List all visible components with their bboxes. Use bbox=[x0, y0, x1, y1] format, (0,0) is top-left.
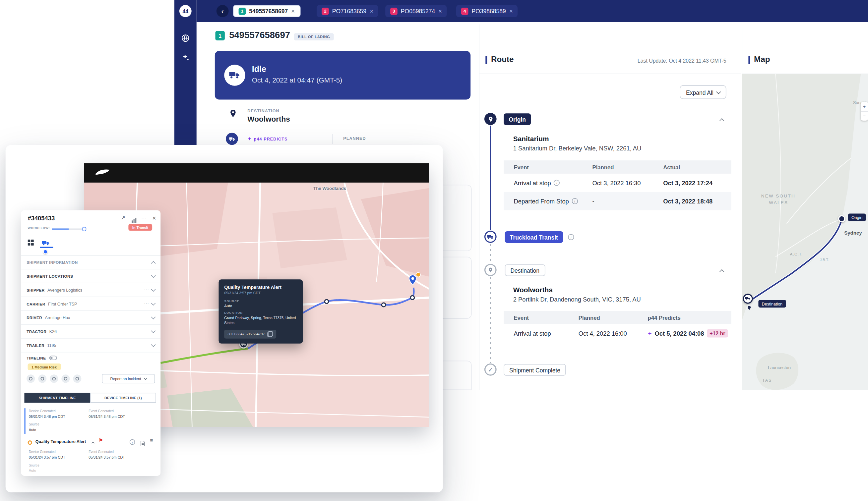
origin-node-icon bbox=[484, 113, 496, 125]
open-external-icon[interactable]: ↗ bbox=[121, 215, 125, 221]
region-label: A.C.T. bbox=[790, 252, 803, 256]
delay-badge: +12 hr bbox=[707, 329, 728, 337]
info-icon[interactable]: i bbox=[568, 234, 574, 240]
more-menu-icon[interactable]: ⋯ bbox=[141, 215, 147, 221]
zoom-out-button[interactable]: − bbox=[861, 111, 868, 121]
column-planned: Planned bbox=[593, 164, 663, 170]
timeline-solid-line bbox=[490, 126, 491, 230]
p44-logo[interactable]: 44 bbox=[179, 5, 192, 17]
transit-mini-icon bbox=[226, 133, 238, 145]
flag-icon[interactable]: ⚑ bbox=[98, 438, 103, 443]
collapse-origin-button[interactable] bbox=[717, 115, 727, 125]
report-incident-dropdown[interactable]: Report an Incident bbox=[102, 374, 155, 383]
map-origin-marker[interactable] bbox=[838, 215, 846, 222]
section-label: SHIPMENT LOCATIONS bbox=[27, 274, 73, 278]
shipment-number-badge: 1 bbox=[215, 31, 224, 40]
grid-tab-icon[interactable] bbox=[28, 238, 33, 248]
tooltip-title: Quality Temperature Alert bbox=[224, 284, 297, 290]
map-panel-title: Map bbox=[754, 55, 770, 64]
status-state: Idle bbox=[252, 64, 266, 74]
workflow-knob[interactable] bbox=[82, 227, 86, 231]
chevron-down-icon bbox=[151, 301, 156, 306]
search-chip-3[interactable]: 3 PO05985274 × bbox=[385, 5, 447, 17]
tab-device-timeline[interactable]: DEVICE TIMELINE (1) bbox=[90, 393, 156, 403]
summary-divider bbox=[332, 134, 333, 144]
close-panel-icon[interactable]: × bbox=[152, 215, 156, 221]
expand-all-button[interactable]: Expand All bbox=[680, 85, 726, 99]
tab-shipment-timeline[interactable]: SHIPMENT TIMELINE bbox=[24, 393, 90, 403]
map-panel-accent bbox=[748, 56, 750, 64]
info-icon[interactable]: i bbox=[554, 180, 560, 186]
info-icon[interactable]: i bbox=[130, 439, 135, 445]
marketing-composite: 44 ‹ 1 549557658697 × 2 PO71683659 × 3 P… bbox=[0, 0, 868, 501]
section-tractor[interactable]: TRACTOR K26 bbox=[21, 325, 160, 339]
action-icon-button[interactable] bbox=[50, 374, 58, 383]
transit-node-icon bbox=[484, 231, 496, 243]
action-icon-button[interactable] bbox=[27, 374, 35, 383]
map-zoom-control[interactable]: + − bbox=[861, 102, 868, 121]
map-destination-chip: Destination bbox=[758, 300, 786, 308]
section-trailer[interactable]: TRAILER 1195 bbox=[21, 339, 160, 353]
section-label: SHIPPER bbox=[27, 288, 45, 292]
device-generated-label: Device Generated bbox=[29, 450, 56, 454]
complete-node-icon: ✓ bbox=[484, 363, 496, 376]
event-generated-label: Event Generated bbox=[88, 409, 114, 413]
p44-predicts-label: ✦ p44 PREDICTS bbox=[247, 136, 287, 142]
event-generated-time: 05/31/24 3:48 pm CDT bbox=[88, 415, 125, 418]
event-generated-time: 05/31/24 3:57 pm CDT bbox=[88, 455, 125, 459]
section-shipment-information[interactable]: SHIPMENT INFORMATION bbox=[21, 255, 160, 269]
risk-badge[interactable]: 1 Medium Risk bbox=[28, 363, 60, 370]
actual-time: Oct 3, 2022 18:48 bbox=[663, 198, 731, 204]
section-carrier[interactable]: CARRIER First Order TSP ⋯ bbox=[21, 297, 160, 311]
timeline-toggle[interactable] bbox=[49, 356, 57, 360]
info-icon[interactable]: i bbox=[572, 198, 577, 204]
section-shipper[interactable]: SHIPPER Avengers Logistics ⋯ bbox=[21, 283, 160, 297]
tooltip-source-value: Auto bbox=[224, 304, 297, 308]
column-event: Event bbox=[504, 315, 578, 320]
chip-close-icon[interactable]: × bbox=[438, 8, 442, 14]
collapse-destination-button[interactable] bbox=[717, 265, 727, 275]
check-icon: ✓ bbox=[488, 366, 493, 372]
coordinates-chip[interactable]: 30.066647, -95.564797 bbox=[224, 330, 276, 339]
search-chip-1[interactable]: 1 549557658697 × bbox=[233, 5, 300, 17]
source-label: Source bbox=[29, 423, 40, 426]
document-icon[interactable] bbox=[140, 439, 145, 449]
action-icon-button[interactable] bbox=[38, 374, 46, 383]
chevron-up-icon[interactable] bbox=[92, 442, 94, 445]
bill-of-lading-badge: BILL OF LADING bbox=[294, 33, 334, 40]
map-destination-pin-icon bbox=[747, 303, 752, 313]
back-icon: ‹ bbox=[221, 8, 224, 15]
tooltip-time: 05/31/24 3:57 pm CDT bbox=[224, 291, 297, 295]
destination-stop-name: Woolworths bbox=[513, 286, 553, 294]
row-menu-icon[interactable]: ⋯ bbox=[144, 287, 149, 292]
back-button[interactable]: ‹ bbox=[217, 5, 229, 17]
copy-icon[interactable] bbox=[268, 331, 273, 337]
map-destination-marker[interactable] bbox=[743, 294, 753, 304]
sparkles-nav-icon[interactable] bbox=[181, 53, 190, 64]
route-panel-title: Route bbox=[491, 55, 514, 64]
chip-number-badge: 3 bbox=[390, 8, 398, 15]
action-icon-button[interactable] bbox=[73, 374, 81, 383]
report-incident-label: Report an Incident bbox=[111, 377, 141, 381]
destination-pin-icon bbox=[229, 108, 238, 121]
chip-label: 549557658697 bbox=[249, 8, 288, 14]
search-chip-2[interactable]: 2 PO71683659 × bbox=[317, 5, 378, 17]
device-generated-label: Device Generated bbox=[29, 409, 56, 413]
section-label: DRIVER bbox=[27, 316, 42, 320]
timeline-dashed-line bbox=[490, 244, 491, 263]
chip-close-icon[interactable]: × bbox=[509, 8, 513, 14]
destination-pin-marker[interactable] bbox=[408, 274, 417, 288]
chevron-down-icon bbox=[151, 287, 156, 291]
section-driver[interactable]: DRIVER Armitage Hux bbox=[21, 311, 160, 325]
row-menu-icon[interactable]: ⋯ bbox=[144, 301, 149, 306]
alert-title[interactable]: Quality Temperature Alert bbox=[35, 439, 86, 444]
zoom-in-button[interactable]: + bbox=[861, 102, 868, 111]
action-icon-button[interactable] bbox=[61, 374, 70, 383]
chip-close-icon[interactable]: × bbox=[291, 8, 295, 14]
chip-close-icon[interactable]: × bbox=[370, 8, 373, 14]
route-map[interactable]: NEW SOUTH WALES Sydney A.C.T. J.B.T. Lau… bbox=[742, 74, 868, 390]
search-chip-4[interactable]: 4 PO39868589 × bbox=[456, 5, 518, 17]
list-icon[interactable]: ≡ bbox=[150, 438, 153, 443]
section-shipment-locations[interactable]: SHIPMENT LOCATIONS bbox=[21, 269, 160, 283]
globe-nav-icon[interactable] bbox=[181, 34, 190, 45]
